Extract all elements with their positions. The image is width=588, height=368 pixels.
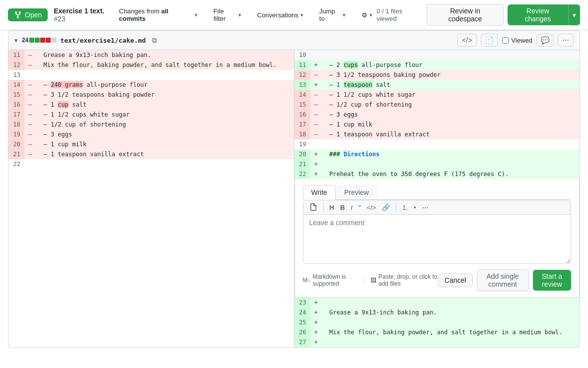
table-row: 26 + Mix the flour, baking powder, and s… <box>294 327 580 337</box>
view-code-button[interactable]: </> <box>457 34 476 47</box>
table-row: 14 – – 240 grams all-purpose flour <box>8 80 294 90</box>
diff-sign: – <box>24 149 36 159</box>
cancel-button[interactable]: Cancel <box>438 273 473 287</box>
comment-footer: M↓ Markdown is supported | 🖼 Paste, drop… <box>303 269 572 291</box>
table-row: 22 <box>8 159 294 169</box>
diff-content <box>322 139 580 149</box>
comment-toolbar: H B I " </> 🔗 1. • ⋯ <box>303 200 572 214</box>
table-row: 22 + Preheat the oven to 350 degrees F (… <box>294 169 580 179</box>
chevron-down-icon: ▾ <box>238 12 241 18</box>
code-button[interactable]: </> <box>365 203 378 212</box>
diff-sign: – <box>24 120 36 129</box>
diff-sign: + <box>310 298 322 307</box>
more-options-button[interactable]: ⋯ <box>558 34 574 47</box>
git-pull-request-icon <box>14 11 22 19</box>
diff-sign: + <box>310 327 322 337</box>
review-codespace-button[interactable]: Review in codespace <box>427 4 503 26</box>
changes-from-dropdown[interactable]: Changes from all commits ▾ <box>115 5 202 24</box>
collapse-button[interactable]: ▾ <box>14 37 18 44</box>
italic-button[interactable]: I <box>349 203 355 212</box>
preview-tab[interactable]: Preview <box>336 185 377 199</box>
comment-button[interactable]: 💬 <box>536 34 554 47</box>
comment-actions: Cancel Add single comment Start a review <box>438 269 571 291</box>
line-number: 15 <box>294 100 310 110</box>
chevron-down-icon: ▾ <box>300 12 303 18</box>
line-number: 16 <box>294 110 310 120</box>
markdown-support-label: M↓ Markdown is supported | 🖼 Paste, drop… <box>303 273 439 287</box>
file-header: ▾ 24 text/exercise1/cake.md ⧉ </> 📄 View… <box>8 30 580 50</box>
line-number: 19 <box>294 139 310 149</box>
highlight-del: cup <box>58 101 69 108</box>
settings-dropdown[interactable]: ⚙ ▾ <box>358 9 376 21</box>
heading-button[interactable]: H <box>328 203 336 212</box>
diff-sign: – <box>24 100 36 110</box>
table-row: 16 – – 3 eggs <box>294 110 580 120</box>
add-comment-button[interactable]: Add single comment <box>477 269 529 291</box>
diff-sign: – <box>24 90 36 100</box>
line-number: 23 <box>294 298 310 307</box>
diff-sign: – <box>24 50 36 60</box>
line-number: 12 <box>294 70 310 80</box>
line-number: 19 <box>8 129 24 139</box>
file-filter-label: File filter <box>214 7 236 22</box>
comment-textarea[interactable] <box>303 214 572 264</box>
diff-content: – 3 1/2 teaspoons baking powder <box>36 90 294 100</box>
diff-content: Mix the flour, baking powder, and salt t… <box>322 327 580 337</box>
viewed-checkbox[interactable] <box>502 37 509 44</box>
diff-content: – 2 cups all-purpose flour <box>322 60 580 70</box>
line-number: 22 <box>294 169 310 179</box>
table-row: 16 – – 1 cup salt <box>8 100 294 110</box>
open-label: Open <box>25 11 42 19</box>
review-changes-button[interactable]: Review changes <box>508 4 568 25</box>
more-toolbar-button[interactable]: ⋯ <box>420 203 431 212</box>
diff-content: – 1 cup milk <box>322 120 580 129</box>
diff-stat: 24 <box>22 37 56 44</box>
file-filter-dropdown[interactable]: File filter ▾ <box>210 5 245 24</box>
separator <box>323 203 324 212</box>
table-row: 15 – – 3 1/2 teaspoons baking powder <box>8 90 294 100</box>
diff-sign: – <box>310 129 322 139</box>
diff-content <box>322 298 580 307</box>
open-button[interactable]: Open <box>8 8 48 21</box>
line-number: 22 <box>8 159 24 169</box>
diff-content: – 1 cup milk <box>36 139 294 149</box>
diff-content: – 1/2 cup of shortening <box>322 100 580 110</box>
diff-content: – 3 eggs <box>322 110 580 120</box>
diff-content <box>36 159 294 169</box>
unordered-list-button[interactable]: • <box>412 203 418 212</box>
copy-path-button[interactable]: ⧉ <box>150 35 159 46</box>
conversations-dropdown[interactable]: Conversations ▾ <box>253 9 307 21</box>
table-row: 20 + ### Directions <box>294 149 580 159</box>
table-row: 11 – Grease a 9x13-inch baking pan. <box>8 50 294 60</box>
table-row: 24 + Grease a 9x13-inch baking pan. <box>294 307 580 317</box>
line-number: 17 <box>8 110 24 120</box>
bold-text: ### Directions <box>329 151 379 158</box>
diff-content: – 1 1/2 cups white sugar <box>322 90 580 100</box>
diff-pane-right: 10 11 + – 2 cups all-purpose flour 12 – … <box>294 50 580 347</box>
bold-button[interactable]: B <box>338 203 347 212</box>
diff-content: Grease a 9x13-inch baking pan. <box>322 307 580 317</box>
start-review-button[interactable]: Start a review <box>533 270 571 291</box>
quote-button[interactable]: " <box>357 203 363 212</box>
diff-sign: + <box>310 80 322 90</box>
review-changes-dropdown-button[interactable]: ▾ <box>568 4 580 25</box>
diff-pane-left: 11 – Grease a 9x13-inch baking pan. 12 –… <box>8 50 294 347</box>
jump-to-label: Jump to <box>319 7 341 22</box>
chevron-down-icon: ▾ <box>195 12 198 18</box>
diff-count: 24 <box>22 37 28 44</box>
line-number: 18 <box>8 120 24 129</box>
link-button[interactable]: 🔗 <box>380 203 392 212</box>
diff-content: – 240 grams all-purpose flour <box>36 80 294 90</box>
image-icon: 🖼 <box>370 277 376 284</box>
diff-content: Grease a 9x13-inch baking pan. <box>36 50 294 60</box>
jump-to-dropdown[interactable]: Jump to ▾ <box>315 5 350 24</box>
table-row: 17 – – 1 cup milk <box>294 120 580 129</box>
table-row: 17 – – 1 1/2 cups white sugar <box>8 110 294 120</box>
view-file-button[interactable]: 📄 <box>481 34 498 47</box>
table-row: 18 – – 1/2 cup of shortening <box>8 120 294 129</box>
ordered-list-button[interactable]: 1. <box>400 203 410 212</box>
write-tab[interactable]: Write <box>303 185 336 200</box>
line-number: 13 <box>294 80 310 90</box>
file-icon-button[interactable] <box>307 202 319 212</box>
line-number: 11 <box>8 50 24 60</box>
